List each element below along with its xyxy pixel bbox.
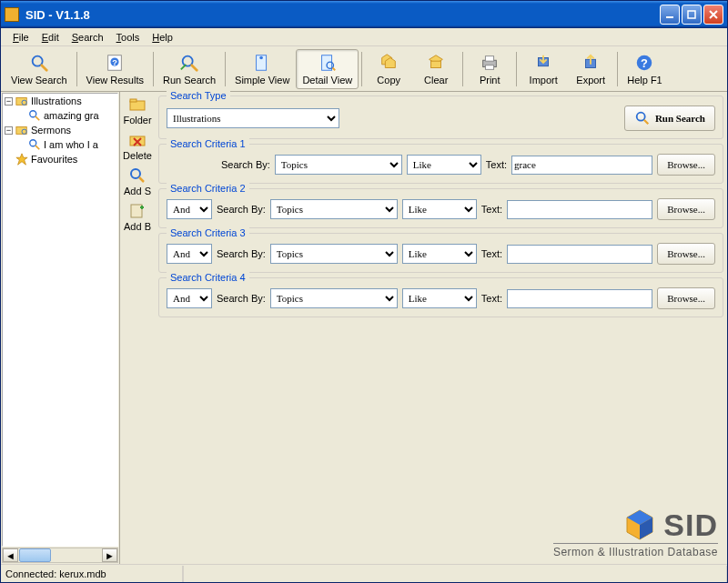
search-icon: [28, 138, 41, 151]
text-input-4[interactable]: [507, 289, 652, 308]
match-select-4[interactable]: Like: [402, 288, 477, 308]
match-select-1[interactable]: Like: [407, 155, 481, 175]
clear-button[interactable]: Clear: [412, 49, 460, 89]
browse-button-4[interactable]: Browse...: [657, 287, 715, 309]
text-input-2[interactable]: [507, 200, 652, 219]
print-button[interactable]: Print: [466, 49, 513, 89]
tree-view[interactable]: − Illustrations amazing gra − Sermons: [2, 93, 118, 547]
logo-text: SID: [663, 508, 718, 543]
text-input-1[interactable]: [511, 156, 652, 175]
collapse-icon[interactable]: −: [5, 126, 13, 135]
close-button[interactable]: [703, 5, 723, 25]
browse-button-3[interactable]: Browse...: [657, 243, 715, 265]
svg-rect-22: [16, 127, 26, 135]
maximize-button[interactable]: [682, 5, 702, 25]
run-search-button[interactable]: Run Search: [157, 49, 222, 89]
toolbar-label: View Search: [11, 75, 67, 85]
search-type-select[interactable]: Illustrations: [167, 108, 339, 128]
import-icon: [533, 53, 553, 73]
tree-node-illustrations-child[interactable]: amazing gra: [3, 108, 117, 123]
match-select-3[interactable]: Like: [402, 244, 477, 264]
toolbar-label: Simple View: [235, 75, 289, 85]
horizontal-scrollbar[interactable]: ◄ ►: [2, 548, 118, 563]
svg-rect-13: [486, 55, 494, 60]
export-button[interactable]: Export: [567, 49, 614, 89]
group-title: Search Criteria 2: [167, 183, 249, 194]
minimize-button[interactable]: [660, 5, 680, 25]
logic-select-4[interactable]: And: [167, 288, 212, 308]
tree-node-favourites[interactable]: Favourites: [3, 152, 117, 166]
text-label: Text:: [481, 293, 502, 304]
toolbar-label: Run Search: [163, 75, 216, 85]
detail-view-icon: [318, 53, 338, 73]
scroll-right-button[interactable]: ►: [102, 548, 117, 562]
group-title: Search Type: [167, 90, 230, 101]
svg-rect-19: [16, 98, 26, 106]
text-label: Text:: [486, 159, 507, 170]
tree-node-sermons[interactable]: − Sermons: [3, 123, 117, 137]
logic-select-2[interactable]: And: [167, 199, 212, 219]
tree-node-sermons-child[interactable]: I am who I a: [3, 137, 117, 152]
import-button[interactable]: Import: [520, 49, 567, 89]
search-by-label: Search By:: [217, 293, 266, 304]
search-icon: [28, 109, 41, 122]
add-search-button[interactable]: Add S: [121, 166, 154, 196]
menu-edit[interactable]: Edit: [35, 30, 66, 45]
detail-view-button[interactable]: Detail View: [296, 49, 359, 89]
match-select-2[interactable]: Like: [402, 199, 477, 219]
print-icon: [480, 53, 500, 73]
toolbar-label: Copy: [377, 75, 400, 85]
svg-point-28: [131, 169, 140, 178]
search-type-group: Search Type Illustrations Run Search: [158, 95, 723, 139]
app-icon: [5, 7, 19, 22]
svg-point-21: [30, 111, 36, 117]
mini-label: Add B: [124, 221, 151, 232]
svg-point-8: [259, 55, 263, 59]
search-icon: [29, 53, 49, 73]
group-title: Search Criteria 1: [167, 138, 249, 149]
search-by-select-1[interactable]: Topics: [275, 155, 402, 175]
search-by-select-3[interactable]: Topics: [270, 244, 398, 264]
tree-node-illustrations[interactable]: − Illustrations: [3, 94, 117, 108]
group-title: Search Criteria 4: [167, 272, 249, 283]
delete-button[interactable]: Delete: [121, 131, 154, 161]
toolbar-label: Clear: [424, 75, 448, 85]
copy-button[interactable]: Copy: [365, 49, 412, 89]
search-criteria-3: Search Criteria 3 And Search By: Topics …: [158, 233, 723, 273]
text-input-3[interactable]: [507, 245, 652, 264]
search-criteria-4: Search Criteria 4 And Search By: Topics …: [158, 277, 723, 317]
svg-point-30: [637, 113, 645, 121]
search-criteria-2: Search Criteria 2 And Search By: Topics …: [158, 188, 723, 228]
menu-tools[interactable]: Tools: [110, 30, 147, 45]
help-button[interactable]: ? Help F1: [621, 49, 669, 89]
tree-label: I am who I a: [44, 139, 98, 150]
scroll-left-button[interactable]: ◄: [3, 548, 18, 562]
simple-view-button[interactable]: Simple View: [228, 49, 296, 89]
run-search-icon: [179, 53, 199, 73]
menu-search[interactable]: Search: [66, 30, 110, 45]
logic-select-3[interactable]: And: [167, 244, 212, 264]
tree-toolbar: Folder Delete Add S Add B: [120, 92, 155, 564]
scroll-thumb[interactable]: [19, 548, 51, 562]
collapse-icon[interactable]: −: [5, 97, 13, 106]
titlebar: SID - V1.1.8: [1, 1, 727, 28]
mini-label: Add S: [124, 186, 151, 196]
menu-help[interactable]: Help: [146, 30, 179, 45]
svg-text:?: ?: [642, 55, 649, 69]
view-search-button[interactable]: View Search: [5, 49, 74, 89]
search-by-select-4[interactable]: Topics: [270, 288, 398, 308]
mini-label: Folder: [123, 115, 151, 126]
delete-icon: [128, 131, 147, 149]
browse-button-1[interactable]: Browse...: [657, 154, 715, 176]
menubar: File Edit Search Tools Help: [1, 28, 727, 46]
tree-label: Sermons: [31, 125, 71, 136]
add-bookmark-button[interactable]: Add B: [121, 202, 154, 232]
search-by-select-2[interactable]: Topics: [270, 199, 398, 219]
text-label: Text:: [481, 204, 502, 215]
view-results-button[interactable]: ? View Results: [80, 49, 150, 89]
run-search-button-main[interactable]: Run Search: [624, 106, 715, 131]
button-label: Run Search: [655, 113, 705, 124]
folder-button[interactable]: Folder: [121, 95, 154, 126]
menu-file[interactable]: File: [6, 30, 35, 45]
browse-button-2[interactable]: Browse...: [657, 198, 715, 220]
